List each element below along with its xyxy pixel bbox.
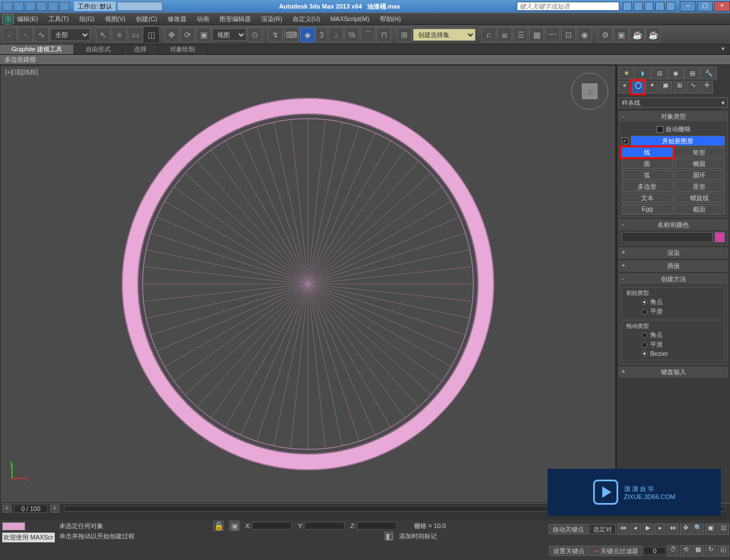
menu-edit[interactable]: 编辑(E) [17,15,38,23]
radio-drag-corner[interactable]: 角点 [624,330,722,340]
nav-orbit-icon[interactable]: ⟲ [680,545,691,557]
isolate-icon[interactable]: ▣ [229,521,240,531]
key-icon[interactable] [634,2,643,11]
ribbon-tab-freeform[interactable]: 自由形式 [74,44,123,54]
tab-utilities-icon[interactable]: 🔧 [701,67,717,79]
select-icon[interactable]: ↖ [96,27,111,42]
snap-e-icon[interactable]: ⌒ [360,27,375,42]
nav-dolly-icon[interactable]: ▦ [692,545,704,557]
lock-selection-icon[interactable]: 🔒 [213,521,224,531]
graphite-icon[interactable]: ▦ [529,27,544,42]
menu-create[interactable]: 创建(C) [136,15,157,23]
tab-hierarchy-icon[interactable]: ⊟ [651,67,667,79]
btn-section[interactable]: 截面 [674,204,725,214]
btn-egg[interactable]: Egg [622,204,673,214]
selection-filter[interactable]: 全部 [50,29,90,41]
menu-tools[interactable]: 工具(T) [48,15,69,23]
btn-line[interactable]: 线 [622,147,673,157]
autokey-button[interactable]: 自动关键点 [549,524,588,534]
tab-display-icon[interactable]: ▤ [684,67,700,79]
viewport[interactable]: [+][顶][线框] 上 y x [0,65,616,503]
qat-redo-icon[interactable] [48,2,58,11]
render-icon[interactable]: ☕ [630,27,644,42]
menu-animation[interactable]: 动画 [197,15,209,23]
cat-lights-icon[interactable]: ✦ [646,81,658,94]
shape-category-dropdown[interactable]: 样条线▾ [619,98,728,108]
nav-pan-icon[interactable]: ✥ [680,524,691,535]
nav-fov-icon[interactable]: ▣ [705,524,716,535]
cat-shapes-icon[interactable]: ◯ [632,81,644,94]
help-icon[interactable] [666,2,675,11]
qat-link-icon[interactable] [59,2,70,11]
qat-undo-icon[interactable] [36,2,47,11]
pivot-icon[interactable]: ⊙ [248,27,262,42]
radio-drag-bezier[interactable]: Bezier [624,350,722,358]
goto-start-icon[interactable]: ⏮ [617,524,628,535]
menu-views[interactable]: 视图(V) [105,15,126,23]
ribbon-panel-label[interactable]: 多边形建模 [0,55,730,65]
timeslider-next-icon[interactable]: > [50,505,59,513]
star-icon[interactable] [655,2,664,11]
time-tag-icon[interactable]: ◧ [384,531,394,541]
viewcube[interactable]: 上 [570,71,610,111]
tab-create-icon[interactable]: ✳ [618,67,634,79]
rotate-icon[interactable]: ⟳ [180,27,195,42]
autogrid-checkbox[interactable]: 自动栅格 [622,124,725,135]
timeslider-prev-icon[interactable]: < [2,505,11,513]
btn-circle[interactable]: 圆 [622,159,673,169]
render-setup-icon[interactable]: ⚙ [598,27,613,42]
coord-y-input[interactable] [305,522,344,530]
snap-toggle-icon[interactable]: ◆ [300,27,315,42]
search-icon[interactable] [623,2,632,11]
qat-open-icon[interactable] [14,2,24,11]
play-icon[interactable]: ▶ [642,524,654,535]
menu-grapheditors[interactable]: 图形编辑器 [220,15,251,23]
btn-ellipse[interactable]: 椭圆 [674,159,725,169]
viewport-label[interactable]: [+][顶][线框] [5,68,38,76]
selected-label[interactable]: 选定对 [589,524,616,534]
qat-new-icon[interactable] [2,2,13,11]
cat-systems-icon[interactable]: ✢ [700,81,713,94]
unlink-icon[interactable]: ⟍ [18,27,33,42]
menu-maxscript[interactable]: MAXScript(M) [330,15,369,22]
spinner-snap-icon[interactable]: % [344,27,359,42]
time-config-icon[interactable]: ⏱ [667,545,679,557]
nav-zoom-icon[interactable]: 🔍 [692,524,704,535]
workspace-dropdown[interactable] [117,2,163,11]
manip-icon[interactable]: ↯ [268,27,283,42]
color-swatch[interactable] [715,232,725,242]
material-editor-icon[interactable]: ◉ [577,27,592,42]
move-icon[interactable]: ✥ [164,27,179,42]
key-filter-button[interactable]: ⊸ 关键点过滤器 [590,546,642,556]
radio-initial-corner[interactable]: 角点 [624,297,722,307]
nav-roll-icon[interactable]: ↻ [705,545,716,557]
rollout-title[interactable]: -对象类型 [619,112,727,121]
snap-f-icon[interactable]: ⊓ [376,27,391,42]
scale-icon[interactable]: ▣ [196,27,211,42]
btn-donut[interactable]: 圆环 [674,170,725,180]
align-icon[interactable]: ≣ [497,27,512,42]
keymode-icon[interactable]: ⌨ [284,27,299,42]
curve-editor-icon[interactable]: 〰 [545,27,560,42]
btn-arc[interactable]: 弧 [622,170,673,180]
current-frame-input[interactable]: 0 [643,547,666,555]
layers-icon[interactable]: ☰ [513,27,528,42]
nav-max-icon[interactable]: ◱ [717,545,729,557]
radio-initial-smooth[interactable]: 平滑 [624,307,722,316]
cat-spacewarps-icon[interactable]: ∿ [687,81,699,94]
cat-geometry-icon[interactable]: ● [618,81,631,94]
ribbon-collapse-icon[interactable]: ▾ [717,44,730,54]
btn-helix[interactable]: 螺旋线 [674,193,725,203]
named-selection-dropdown[interactable]: 创建选择集 [413,29,476,41]
named-sel-icon[interactable]: ⊞ [397,27,412,42]
app-logo-icon[interactable]: ⓢ [2,14,14,25]
menu-group[interactable]: 组(G) [79,15,95,23]
select-name-icon[interactable]: ≡ [112,27,127,42]
radio-drag-smooth[interactable]: 平滑 [624,340,722,350]
menu-customize[interactable]: 自定义(U) [293,15,320,23]
ribbon-tab-paint[interactable]: 对象绘制 [159,44,207,54]
cat-cameras-icon[interactable]: ▣ [659,81,672,94]
btn-text[interactable]: 文本 [622,193,673,203]
cat-helpers-icon[interactable]: ⊞ [673,81,686,94]
prev-frame-icon[interactable]: ◂ [630,524,641,535]
